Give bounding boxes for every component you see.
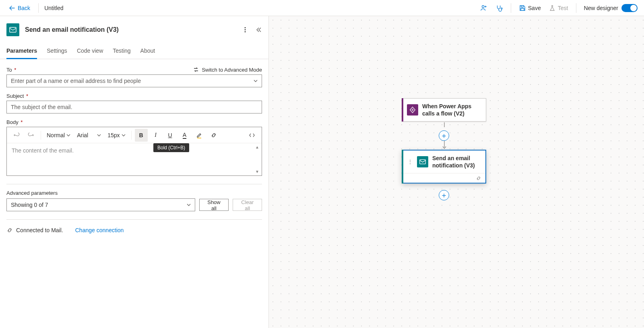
divider <box>576 3 576 13</box>
code-icon <box>249 132 255 138</box>
powerapps-icon <box>407 104 418 116</box>
body-label: Body * <box>6 119 23 125</box>
subject-label: Subject * <box>6 93 28 99</box>
save-icon <box>519 5 526 11</box>
action-node[interactable]: ⋮ Send an email notification (V3) <box>402 150 486 184</box>
connector-line <box>442 122 447 129</box>
feedback-button[interactable] <box>491 0 507 16</box>
tab-code-view[interactable]: Code view <box>77 43 103 59</box>
chevron-down-icon <box>97 133 101 137</box>
svg-point-4 <box>245 29 246 31</box>
panel-title: Send an email notification (V3) <box>25 26 236 33</box>
chevron-double-left-icon <box>256 27 262 33</box>
svg-point-1 <box>501 8 502 9</box>
swap-icon <box>193 66 199 73</box>
font-dropdown[interactable]: Arial <box>74 129 103 142</box>
svg-point-5 <box>245 31 246 33</box>
subject-input[interactable] <box>6 101 262 113</box>
scrollbar[interactable]: ▲▼ <box>255 145 261 174</box>
svg-point-0 <box>482 5 484 7</box>
body-textarea[interactable]: The content of the email. ▲▼ <box>7 143 262 175</box>
underline-button[interactable]: U <box>164 129 177 142</box>
action-config-panel: Send an email notification (V3) Paramete… <box>0 16 269 328</box>
add-step-button[interactable]: ＋ <box>439 190 449 200</box>
connection-status: Connected to Mail. <box>16 227 63 233</box>
tab-about[interactable]: About <box>140 43 155 59</box>
change-connection-link[interactable]: Change connection <box>75 227 124 233</box>
highlight-icon <box>196 132 202 138</box>
test-label: Test <box>558 5 568 11</box>
link-icon <box>6 227 13 233</box>
node-title: Send an email notification (V3) <box>432 155 481 169</box>
stethoscope-icon <box>495 4 503 12</box>
divider <box>38 3 39 13</box>
bold-button[interactable]: B <box>135 129 148 142</box>
trigger-node[interactable]: When Power Apps calls a flow (V2) <box>402 98 486 122</box>
link-icon <box>211 132 217 138</box>
collapse-panel-button[interactable] <box>256 27 262 33</box>
flask-icon <box>549 5 555 11</box>
arrow-left-icon <box>9 5 15 11</box>
style-dropdown[interactable]: Normal <box>44 129 73 142</box>
clear-all-button: Clear all <box>233 199 262 211</box>
link-button[interactable] <box>207 129 220 142</box>
new-designer-label: New designer <box>580 5 621 11</box>
svg-rect-9 <box>420 160 425 164</box>
tab-testing[interactable]: Testing <box>113 43 130 59</box>
back-label: Back <box>18 5 30 11</box>
code-view-toggle[interactable] <box>246 129 258 142</box>
show-all-button[interactable]: Show all <box>199 199 229 211</box>
node-title: When Power Apps calls a flow (V2) <box>422 103 481 117</box>
add-step-button[interactable]: ＋ <box>439 130 449 141</box>
svg-rect-2 <box>10 27 16 32</box>
body-editor: Normal Arial 15px B I U A Bold (Ctrl+B) <box>6 127 262 176</box>
undo-icon <box>13 132 20 138</box>
redo-icon <box>28 132 34 138</box>
mail-icon <box>417 156 428 167</box>
tab-parameters[interactable]: Parameters <box>6 43 37 59</box>
divider <box>511 3 511 13</box>
test-button: Test <box>545 0 572 16</box>
copilot-button[interactable] <box>476 0 491 16</box>
advanced-parameters-select[interactable] <box>6 198 195 211</box>
chevron-down-icon <box>66 133 70 137</box>
tab-settings[interactable]: Settings <box>47 43 67 59</box>
panel-tabs: Parameters Settings Code view Testing Ab… <box>0 43 268 59</box>
to-label: To * <box>6 67 16 73</box>
connector-arrow <box>442 141 447 150</box>
svg-point-3 <box>245 27 246 29</box>
to-input[interactable] <box>6 74 262 87</box>
flow-canvas[interactable]: When Power Apps calls a flow (V2) ＋ ⋮ Se… <box>269 16 644 328</box>
chevron-down-icon <box>122 133 126 137</box>
mail-connector-icon <box>6 23 19 36</box>
switch-advanced-mode[interactable]: Switch to Advanced Mode <box>193 66 262 73</box>
undo-button[interactable] <box>10 129 23 142</box>
flow-title[interactable]: Untitled <box>43 5 63 11</box>
more-vertical-icon <box>242 27 248 33</box>
person-sparkle-icon <box>480 4 487 12</box>
redo-button[interactable] <box>25 129 37 142</box>
font-color-button[interactable]: A <box>178 129 191 142</box>
link-icon <box>476 175 481 181</box>
save-label: Save <box>528 5 541 11</box>
highlight-button[interactable] <box>193 129 206 142</box>
more-options-button[interactable] <box>242 27 248 33</box>
top-bar: Back Untitled Save Test New designer <box>0 0 644 16</box>
new-designer-toggle[interactable] <box>621 4 638 12</box>
advanced-parameters-label: Advanced parameters <box>6 190 262 196</box>
back-button[interactable]: Back <box>5 0 34 16</box>
drag-handle-icon[interactable]: ⋮ <box>407 161 413 163</box>
save-button[interactable]: Save <box>515 0 545 16</box>
size-dropdown[interactable]: 15px <box>105 129 128 142</box>
italic-button[interactable]: I <box>149 129 162 142</box>
